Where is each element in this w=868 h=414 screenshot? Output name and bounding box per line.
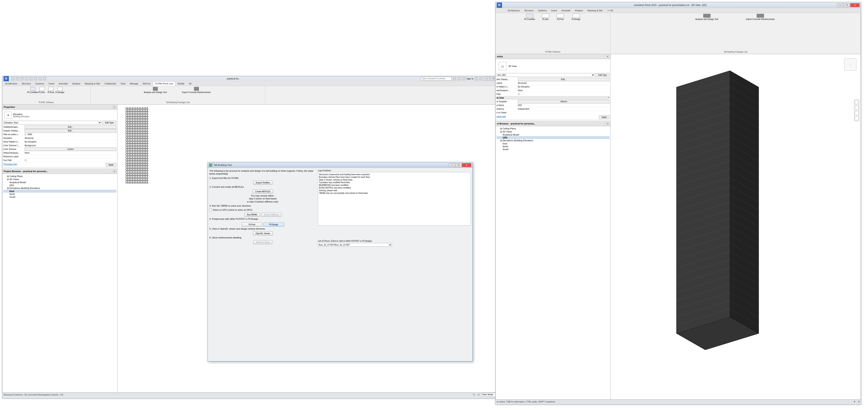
property-value[interactable]: ☐ [517,93,610,95]
maximize-button[interactable]: ☐ [844,3,850,7]
export-textfiles-button[interactable]: Export Textfiles [253,181,273,185]
tree-item[interactable]: {3D} [3,184,116,187]
pldesign-button[interactable]: PLDesign [57,87,63,93]
property-value[interactable]: Structural [517,82,610,84]
tab-collaborate[interactable]: Collaborate [102,82,118,86]
close-panel-icon[interactable]: × [606,122,609,125]
close-panel-icon[interactable]: × [113,105,116,108]
tab-analyze[interactable]: Analyze [573,8,585,12]
revit-logo-icon[interactable]: R [3,76,9,81]
property-value[interactable]: 1 : 5000 [24,133,116,135]
instance-selector[interactable]: Elevation: East [3,121,101,124]
run-tbpak-button[interactable]: RunTBPAK [244,213,260,217]
panel-expand-icon[interactable]: ◂◂ ▣▸ [607,9,614,12]
import-reinforcement-button[interactable]: Import Concrete Reinforcement [738,14,783,20]
extract-stiffness-button[interactable]: Extract Stiffness [261,213,281,217]
panel-expand-icon[interactable]: ▣▸ [189,82,192,85]
instance-selector[interactable]: iew: {3D} [496,73,595,77]
analysis-design-tool-button[interactable]: Analysis and Design Tool [141,87,170,93]
property-value[interactable]: By Discipline [517,86,610,88]
tree-item[interactable]: North [3,193,116,195]
tree-item[interactable]: ⊟ Ceiling Plans [3,175,116,178]
properties-help-link[interactable]: erties help [496,116,506,119]
tree-item[interactable]: ⊟ Ceiling Plans [496,127,610,130]
tab-structure[interactable]: Structure [20,82,33,86]
tab-architecture[interactable]: Architecture [3,82,19,86]
minimize-button[interactable]: — [484,77,490,81]
tab-annotate[interactable]: Annotate [559,8,572,12]
workset-icon[interactable]: 📎 [473,393,475,396]
edit-type-button[interactable]: Edit Type [595,73,610,77]
tree-item[interactable]: East [3,190,116,193]
tree-item[interactable]: ⊟ Elevations (Building Elevation) [496,139,610,142]
plpost-button[interactable]: PLPost [242,223,262,226]
close-panel-icon[interactable]: × [606,55,609,58]
exchange-icon[interactable] [475,77,478,80]
tree-item[interactable]: ⊟ 3D Views [496,130,610,133]
tree-item[interactable]: ⊟ 3D Views [3,178,116,181]
tab-architecture[interactable]: Architecture [506,8,522,12]
property-value[interactable]: Edit... [517,78,610,81]
key-icon[interactable] [458,77,461,80]
tab-massing-site[interactable]: Massing & Site [585,8,604,12]
property-edit-button[interactable]: Edit... [518,78,610,81]
opengl-viewer-button[interactable]: OpenGL Viewer [253,231,273,235]
property-value[interactable]: Structural [24,137,116,139]
log-textarea[interactable]: Structural components and loading have b… [318,172,471,225]
tree-item[interactable]: Analytical Model [3,181,116,184]
analysis-design-tool-button[interactable]: Analysis and Design Tool [688,14,725,20]
orbit-icon[interactable] [855,117,859,120]
plpost-button[interactable]: PLPost [48,87,54,93]
property-value[interactable]: ☐ [24,159,116,161]
property-value[interactable]: Background [24,145,116,147]
property-value[interactable]: <none> [24,148,116,151]
save-icon[interactable] [16,77,19,80]
tab-view[interactable]: View [119,82,128,86]
undo-icon[interactable] [20,77,24,80]
print-icon[interactable] [29,77,33,80]
minimize-button[interactable]: — [837,3,843,7]
tree-item[interactable]: ⊟ Elevations (Building Elevation) [3,187,116,190]
plcoreman-button[interactable]: PLCoreMan [523,14,537,20]
tab-insert[interactable]: Insert [46,82,57,86]
filter-icon[interactable]: ▼ [854,401,856,403]
property-value[interactable]: Edit... [24,129,116,132]
property-value[interactable]: Edit... [24,125,116,129]
edit-type-button[interactable]: Edit Type [102,121,116,124]
tree-item[interactable]: Analytical Model [496,133,610,136]
tree-item[interactable]: North [496,145,610,148]
property-edit-button[interactable]: <none> [25,148,116,151]
open-icon[interactable] [11,77,14,80]
pan-icon[interactable] [855,106,859,109]
star-icon[interactable] [462,77,465,80]
tab-plpak-link[interactable]: PLPAK-Revit Link [153,81,175,86]
search-input[interactable] [421,77,452,81]
plcoreman-button[interactable]: PLCoreMan [30,87,36,93]
apply-button[interactable]: Apply [599,116,610,119]
text-icon[interactable] [38,77,42,80]
apply-button[interactable]: Apply [106,163,116,166]
pldesign-button[interactable]: PLDesign [264,223,284,226]
property-edit-button[interactable]: Edit... [25,125,116,129]
dialog-close-button[interactable]: ✕ [462,163,471,167]
tab-massing-site[interactable]: Massing & Site [83,82,102,86]
property-value[interactable]: None [24,152,116,154]
tree-item[interactable]: {3D} [496,136,610,139]
tab-analyze[interactable]: Analyze [70,82,83,86]
property-value[interactable]: <None> [517,100,610,103]
steering-wheel-icon[interactable] [855,100,859,104]
floors-dropdown[interactable]: floor_ID_217457\floor_ID_217457 [318,243,392,247]
property-edit-button[interactable]: Edit... [25,129,116,132]
zoom-icon[interactable] [855,111,859,115]
create-befiles-button[interactable]: Create BEFILES [253,190,273,193]
property-value[interactable]: By Discipline [24,141,116,143]
plpost-button[interactable]: PLPost [554,14,566,20]
import-reinforcement-button[interactable]: Import Concrete Reinforcement [178,87,215,93]
viewcube[interactable]: ⬚ [844,58,857,71]
tab-systems[interactable]: Systems [33,82,46,86]
tab-structure[interactable]: Structure [522,8,536,12]
tab-annotate[interactable]: Annotate [57,82,70,86]
revit-logo-icon[interactable]: R [497,2,502,8]
help-icon[interactable] [479,77,483,80]
tab-manage[interactable]: Manage [128,82,141,86]
